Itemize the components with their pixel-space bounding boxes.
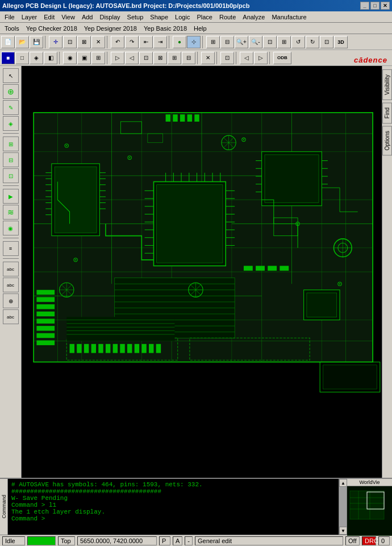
- toolbar-btn-4[interactable]: ✕: [91, 36, 105, 48]
- lp-btn-9[interactable]: ≋: [3, 205, 19, 220]
- menu-manufacture[interactable]: Manufacture: [268, 13, 310, 22]
- deselect-button[interactable]: ⊡: [63, 36, 77, 48]
- cursor-button[interactable]: ⊹: [187, 36, 201, 48]
- svg-rect-156: [256, 266, 265, 270]
- menu-edit[interactable]: Edit: [40, 13, 58, 22]
- status-mode: General edit: [195, 536, 343, 545]
- status-pa: P: [159, 536, 170, 545]
- 3d-button[interactable]: 3D: [334, 36, 348, 48]
- scroll-down-button[interactable]: ▼: [339, 527, 347, 535]
- menu-yep-checker[interactable]: Yep Checker 2018: [23, 24, 81, 33]
- lp-btn-15[interactable]: abc: [3, 309, 19, 324]
- lp-btn-4[interactable]: ◈: [3, 116, 19, 131]
- maximize-button[interactable]: □: [370, 2, 380, 10]
- menu-view[interactable]: View: [58, 13, 78, 22]
- run-button[interactable]: ●: [173, 36, 186, 48]
- open-button[interactable]: 📂: [15, 36, 29, 48]
- lp-btn-14[interactable]: ⊕: [3, 293, 19, 308]
- toolbar2-btn-13[interactable]: ⊟: [182, 52, 195, 64]
- console-line-3: W- Save Pending: [11, 495, 335, 502]
- svg-rect-79: [36, 297, 55, 301]
- menu-add[interactable]: Add: [78, 13, 97, 22]
- lp-btn-7[interactable]: ⊡: [3, 168, 19, 183]
- scroll-up-button[interactable]: ▲: [339, 479, 347, 487]
- lp-btn-12[interactable]: abc: [3, 262, 19, 276]
- lp-sep-1: [3, 133, 19, 134]
- scroll-track[interactable]: [339, 487, 347, 527]
- pcb-canvas-area[interactable]: [22, 66, 382, 478]
- toolbar2-btn-7[interactable]: ⊞: [91, 52, 105, 64]
- menu-analyze[interactable]: Analyze: [239, 13, 268, 22]
- zoom-in-button[interactable]: 🔍+: [235, 36, 248, 48]
- console-side-toggle[interactable]: Command: [0, 479, 8, 535]
- menu-logic[interactable]: Logic: [172, 13, 193, 22]
- toolbar2-btn-2[interactable]: □: [15, 52, 29, 64]
- toolbar2-btn-1[interactable]: ■: [1, 52, 15, 64]
- save-button[interactable]: 💾: [30, 36, 43, 48]
- zoom-out-button[interactable]: 🔍-: [249, 36, 262, 48]
- console-output[interactable]: # AUTOSAVE has symbols: 464, pins: 1593,…: [8, 479, 339, 535]
- toolbar2-btn-16[interactable]: ◁: [240, 52, 253, 64]
- menu-tools[interactable]: Tools: [1, 24, 23, 33]
- toolbar-btn-7[interactable]: ⊡: [320, 36, 333, 48]
- toolbar2-btn-11[interactable]: ⊠: [153, 52, 167, 64]
- close-button[interactable]: ✕: [381, 2, 390, 10]
- toolbar2-btn-17[interactable]: ▷: [254, 52, 268, 64]
- lp-select-btn[interactable]: ↖: [3, 68, 19, 83]
- lp-btn-13[interactable]: abc: [3, 278, 19, 292]
- cadence-logo: cādence: [354, 56, 387, 64]
- toolbar-btn-5[interactable]: ⇤: [139, 36, 153, 48]
- toolbar2-btn-8[interactable]: ▷: [111, 52, 124, 64]
- left-panel: ↖ ⊕ ✎ ◈ ⊞ ⊟ ⊡ ▶ ≋ ◉ ≡ abc abc ⊕ abc: [0, 66, 22, 478]
- toolbar2-btn-3[interactable]: ◈: [30, 52, 43, 64]
- menu-display[interactable]: Display: [96, 13, 123, 22]
- grid-button[interactable]: ⊞: [206, 36, 220, 48]
- status-coordinates: 5650.0000, 7420.0000: [77, 536, 157, 545]
- undo-button[interactable]: ↶: [111, 36, 124, 48]
- toolbar2-btn-4[interactable]: ◧: [44, 52, 57, 64]
- zoom-reset-button[interactable]: ⊞: [277, 36, 291, 48]
- lp-sep-4: [3, 258, 19, 259]
- menu-route[interactable]: Route: [216, 13, 239, 22]
- redo-button[interactable]: ↷: [125, 36, 139, 48]
- lp-btn-8[interactable]: ▶: [3, 189, 19, 204]
- lp-btn-3[interactable]: ✎: [3, 100, 19, 115]
- lp-btn-11[interactable]: ≡: [3, 241, 19, 256]
- lp-btn-10[interactable]: ◉: [3, 221, 19, 235]
- console-scrollbar[interactable]: ▲ ▼: [339, 479, 347, 535]
- toolbar2-btn-6[interactable]: ▣: [77, 52, 91, 64]
- menu-file[interactable]: File: [1, 13, 18, 22]
- refresh-button[interactable]: ↻: [306, 36, 319, 48]
- odb-button[interactable]: ODB: [273, 52, 291, 64]
- menu-help[interactable]: Help: [190, 24, 210, 33]
- select-button[interactable]: ✛: [49, 36, 62, 48]
- toolbar2-btn-15[interactable]: ⊡: [220, 52, 234, 64]
- lp-btn-5[interactable]: ⊞: [3, 136, 19, 151]
- toolbar2-btn-12[interactable]: ⊞: [168, 52, 181, 64]
- lp-btn-6[interactable]: ⊟: [3, 152, 19, 167]
- visibility-tab[interactable]: Visibility: [382, 69, 392, 100]
- main-area: ↖ ⊕ ✎ ◈ ⊞ ⊟ ⊡ ▶ ≋ ◉ ≡ abc abc ⊕ abc: [0, 66, 392, 478]
- toolbar-btn-3[interactable]: ⊠: [77, 36, 91, 48]
- menu-setup[interactable]: Setup: [124, 13, 147, 22]
- toolbar2-btn-9[interactable]: ◁: [125, 52, 139, 64]
- menu-layer[interactable]: Layer: [18, 13, 41, 22]
- menu-yep-designer[interactable]: Yep Designer 2018: [81, 24, 140, 33]
- minimize-button[interactable]: _: [360, 2, 369, 10]
- menu-yep-basic[interactable]: Yep Basic 2018: [140, 24, 190, 33]
- snap-button[interactable]: ⊟: [220, 36, 234, 48]
- toolbar-btn-6[interactable]: ⇥: [153, 36, 167, 48]
- svg-rect-89: [91, 344, 96, 353]
- find-tab[interactable]: Find: [382, 102, 392, 123]
- menu-place[interactable]: Place: [193, 13, 216, 22]
- toolbar2-btn-14[interactable]: ✕: [201, 52, 215, 64]
- toolbar2-sep-2: [107, 52, 109, 64]
- lp-btn-2[interactable]: ⊕: [3, 84, 19, 99]
- menu-shape[interactable]: Shape: [147, 13, 172, 22]
- toolbar2-btn-10[interactable]: ⊡: [139, 52, 153, 64]
- options-tab[interactable]: Options: [382, 126, 392, 155]
- pan-button[interactable]: ↺: [291, 36, 305, 48]
- toolbar2-btn-5[interactable]: ◉: [63, 52, 77, 64]
- zoom-fit-button[interactable]: ⊡: [263, 36, 277, 48]
- new-button[interactable]: 📄: [1, 36, 15, 48]
